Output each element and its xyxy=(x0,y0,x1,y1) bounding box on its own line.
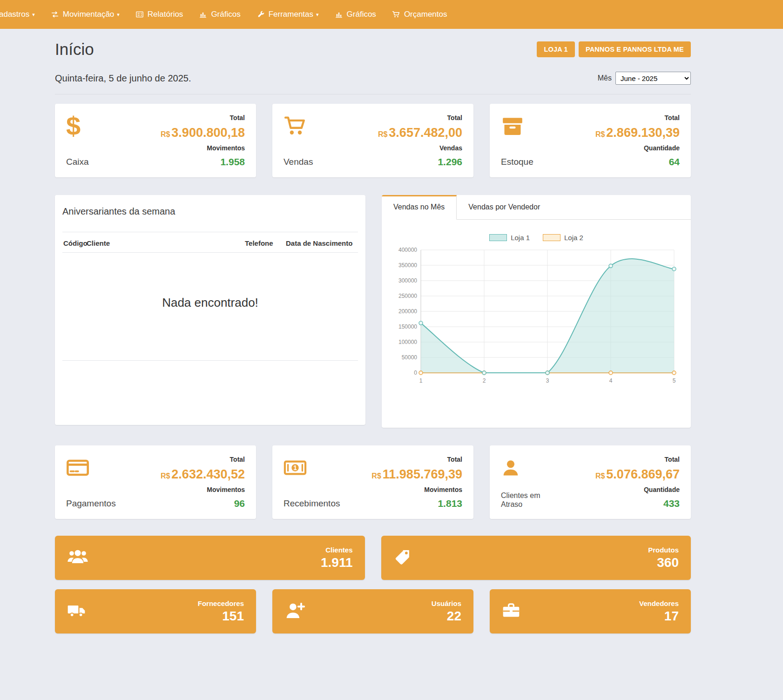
stat-card-vendas: Vendas Total R$3.657.482,00 Vendas 1.296 xyxy=(272,104,473,177)
month-select[interactable]: June - 2025 xyxy=(615,72,691,85)
truck-icon xyxy=(67,601,86,622)
svg-text:100000: 100000 xyxy=(398,339,417,345)
nav-item-cadastros[interactable]: adastros ▾ xyxy=(0,0,43,29)
briefcase-icon xyxy=(502,601,520,622)
tag-icon xyxy=(393,548,411,568)
total-value: R$2.632.430,52 xyxy=(161,468,245,482)
total-value: R$3.657.482,00 xyxy=(378,126,462,140)
money-bill-icon: 1 xyxy=(284,456,340,480)
report-icon xyxy=(135,10,144,19)
birthdays-table-header: Código Cliente Telefone Data de Nascimen… xyxy=(62,232,358,253)
tile-label: Vendedores xyxy=(639,599,679,607)
company-button[interactable]: PANNOS E PANNOS LTDA ME xyxy=(579,41,691,57)
tile-label: Usuários xyxy=(432,599,461,607)
tile-value: 17 xyxy=(639,609,679,624)
metric-label: Movimentos xyxy=(161,486,245,493)
tab-vendas-por-vendedor[interactable]: Vendas por Vendedor xyxy=(457,195,552,219)
nav-item-graficos-2[interactable]: Gráficos xyxy=(327,0,384,29)
svg-text:300000: 300000 xyxy=(398,277,417,284)
nav-item-relatorios[interactable]: Relatórios xyxy=(128,0,191,29)
svg-text:250000: 250000 xyxy=(398,293,417,299)
total-value: R$11.985.769,39 xyxy=(371,468,462,482)
tile-value: 1.911 xyxy=(321,555,353,570)
tile-produtos[interactable]: Produtos 360 xyxy=(381,536,691,580)
nav-item-ferramentas[interactable]: Ferramentas ▾ xyxy=(249,0,327,29)
column-header-data-nascimento: Data de Nascimento xyxy=(286,239,357,247)
stat-card-label: Estoque xyxy=(501,157,533,167)
birthdays-panel: Aniversariantes da semana Código Cliente… xyxy=(55,195,365,425)
cart-icon xyxy=(284,114,313,138)
svg-text:2: 2 xyxy=(483,377,486,384)
stat-card-label: Caixa xyxy=(66,157,89,167)
metric-value: 96 xyxy=(161,498,245,509)
wrench-icon xyxy=(256,10,265,19)
metric-value: 433 xyxy=(595,498,680,509)
nav-item-orcamentos[interactable]: Orçamentos xyxy=(384,0,455,29)
svg-text:200000: 200000 xyxy=(398,308,417,315)
metric-value: 64 xyxy=(595,156,680,167)
svg-text:0: 0 xyxy=(414,370,417,376)
user-icon xyxy=(501,456,561,480)
bar-chart-icon xyxy=(335,10,343,19)
metric-label: Movimentos xyxy=(161,144,245,152)
legend-item-loja1: Loja 1 xyxy=(489,234,530,242)
legend-label: Loja 2 xyxy=(564,234,583,242)
total-label: Total xyxy=(161,114,245,121)
svg-text:5: 5 xyxy=(673,377,676,384)
total-label: Total xyxy=(595,114,680,121)
tile-vendedores[interactable]: Vendedores 17 xyxy=(490,589,691,633)
dollar-icon: $ xyxy=(66,114,81,138)
sales-chart: 0500001000001500002000002500003000003500… xyxy=(390,245,681,386)
top-navbar: adastros ▾ Movimentação ▾ Relatórios Grá… xyxy=(0,0,783,29)
caret-down-icon: ▾ xyxy=(32,12,35,18)
stat-card-estoque: Estoque Total R$2.869.130,39 Quantidade … xyxy=(490,104,691,177)
current-date: Quinta-feira, 5 de junho de 2025. xyxy=(55,73,191,84)
stat-card-label: Clientes em Atraso xyxy=(501,491,561,509)
total-value: R$5.076.869,67 xyxy=(595,468,680,482)
nav-item-movimentacao[interactable]: Movimentação ▾ xyxy=(43,0,128,29)
column-header-cliente: Cliente xyxy=(87,239,245,247)
stat-card-label: Vendas xyxy=(284,157,313,167)
store-button[interactable]: LOJA 1 xyxy=(537,41,574,57)
tile-clientes[interactable]: Clientes 1.911 xyxy=(55,536,365,580)
total-label: Total xyxy=(595,456,680,463)
total-value: R$2.869.130,39 xyxy=(595,126,680,140)
nav-item-graficos-1[interactable]: Gráficos xyxy=(191,0,248,29)
metric-label: Quantidade xyxy=(595,486,680,493)
sales-panel: Vendas no Mês Vendas por Vendedor Loja 1… xyxy=(382,195,691,428)
tile-label: Fornecedores xyxy=(198,599,244,607)
svg-text:1: 1 xyxy=(419,377,423,384)
svg-text:150000: 150000 xyxy=(398,323,417,330)
nav-item-label: Relatórios xyxy=(148,10,183,19)
page-title: Início xyxy=(55,40,94,59)
stat-card-clientes-em-atraso: Clientes em Atraso Total R$5.076.869,67 … xyxy=(490,445,691,519)
stat-card-label: Pagamentos xyxy=(66,498,116,509)
legend-item-loja2: Loja 2 xyxy=(543,234,583,242)
user-plus-icon xyxy=(284,600,306,623)
nav-item-label: Gráficos xyxy=(347,10,376,19)
nav-item-label: Movimentação xyxy=(63,10,115,19)
tile-value: 151 xyxy=(198,609,244,624)
nav-item-label: Ferramentas xyxy=(269,10,313,19)
swap-icon xyxy=(51,10,59,19)
metric-label: Movimentos xyxy=(371,486,462,493)
stat-card-caixa: $ Caixa Total R$3.900.800,18 Movimentos … xyxy=(55,104,256,177)
main-content: Início LOJA 1 PANNOS E PANNOS LTDA ME Qu… xyxy=(55,40,691,654)
stat-card-label: Recebimentos xyxy=(284,498,340,509)
caret-down-icon: ▾ xyxy=(316,12,319,18)
svg-text:350000: 350000 xyxy=(398,262,417,269)
svg-text:400000: 400000 xyxy=(398,247,417,253)
chart-legend: Loja 1 Loja 2 xyxy=(390,234,682,242)
tile-label: Clientes xyxy=(321,546,353,554)
tile-fornecedores[interactable]: Fornecedores 151 xyxy=(55,589,256,633)
total-label: Total xyxy=(371,456,462,463)
tab-vendas-no-mes[interactable]: Vendas no Mês xyxy=(382,195,457,220)
column-header-codigo: Código xyxy=(63,239,87,247)
tile-usuarios[interactable]: Usuários 22 xyxy=(272,589,473,633)
total-value: R$3.900.800,18 xyxy=(161,126,245,140)
total-label: Total xyxy=(378,114,462,121)
sales-chart-area: Loja 1 Loja 2 05000010000015000020000025… xyxy=(382,220,691,395)
legend-swatch-loja1 xyxy=(489,234,507,241)
metric-value: 1.958 xyxy=(161,156,245,167)
metric-value: 1.296 xyxy=(378,156,462,167)
